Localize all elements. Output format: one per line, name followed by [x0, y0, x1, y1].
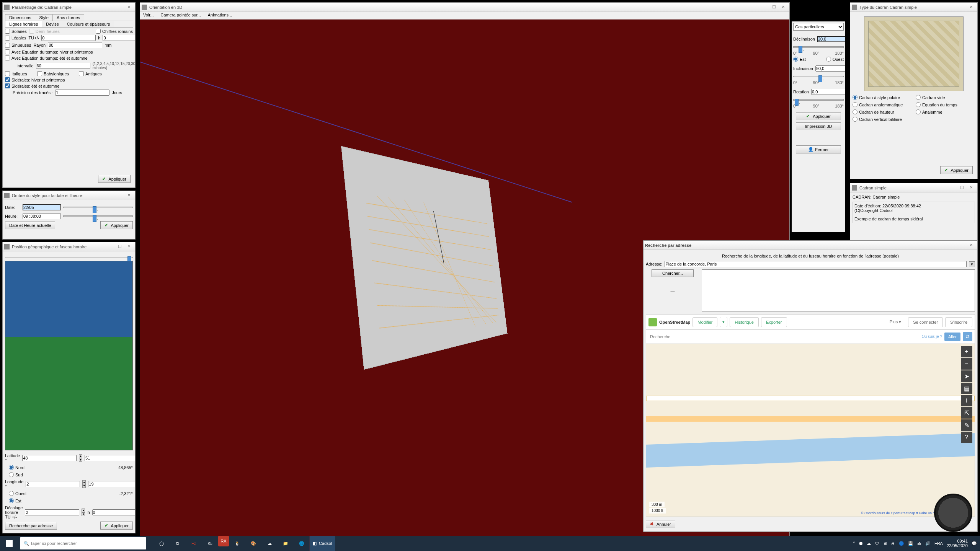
tray-network-icon[interactable]: 🖧 — [917, 541, 921, 546]
results-box[interactable] — [702, 269, 975, 311]
app-icon[interactable]: 🐧 — [230, 536, 245, 551]
input-decal-m[interactable] — [92, 509, 135, 515]
tab-devise[interactable]: Devise — [42, 21, 63, 27]
layers-icon[interactable]: ▤ — [961, 383, 972, 394]
now-button[interactable]: Date et Heure actuelle — [5, 222, 55, 229]
annuler-button[interactable]: Annuler — [646, 520, 675, 528]
chk-romains[interactable]: Chiffres romains — [96, 29, 133, 34]
share-icon[interactable]: ⇱ — [961, 407, 972, 419]
cortana-icon[interactable]: ◯ — [154, 536, 169, 551]
geo-titlebar[interactable]: Position géographique et fuseau horaire … — [3, 242, 135, 251]
chk-babyloniques[interactable]: Babyloniques — [37, 71, 69, 76]
radio-est[interactable]: Est — [9, 498, 21, 503]
chk-sid-ete[interactable]: Sidérales: été et automne — [5, 83, 59, 88]
tray-icon[interactable]: 🛡 — [875, 541, 879, 546]
input-tu[interactable] — [41, 35, 96, 41]
viewport-titlebar[interactable]: Orientation en 3D — □ × — [140, 3, 789, 12]
tab-lignes-horaires[interactable]: Lignes horaires — [5, 21, 42, 27]
tab-style[interactable]: Style — [35, 14, 52, 21]
input-declinaison[interactable] — [817, 36, 845, 42]
input-rotation[interactable] — [811, 89, 845, 95]
close-icon[interactable]: × — [124, 243, 134, 250]
radio-nord[interactable]: Nord — [9, 465, 24, 470]
radio-ouest[interactable]: Ouest — [826, 57, 844, 62]
adresse-titlebar[interactable]: Recherche par adresse × — [644, 241, 977, 250]
input-date[interactable] — [23, 204, 61, 210]
taskbar-app-cadsol[interactable]: ◧ Cadsol — [309, 536, 335, 551]
appliquer-button[interactable]: Appliquer — [940, 166, 973, 174]
slider-heure[interactable] — [63, 215, 133, 217]
modifier-button[interactable]: Modifier — [693, 317, 717, 327]
tray-icon[interactable]: ☁ — [867, 541, 871, 546]
impression-3d-button[interactable]: Impression 3D — [796, 122, 841, 130]
minimize-icon[interactable]: — — [760, 4, 769, 11]
parametrage-titlebar[interactable]: Paramètrage de: Cadran simple × — [3, 3, 135, 12]
close-icon[interactable]: × — [124, 192, 134, 199]
plus-button[interactable]: Plus ▾ — [885, 317, 906, 327]
chercher-button[interactable]: Chercher... — [652, 269, 694, 277]
input-tu-h[interactable] — [103, 35, 135, 41]
maximize-icon[interactable]: □ — [957, 184, 967, 191]
tray-icon[interactable]: ⬢ — [859, 541, 863, 546]
filezilla-icon[interactable]: Fz — [186, 536, 201, 551]
key-icon[interactable]: i — [961, 395, 972, 406]
chrome-icon[interactable]: 🌐 — [294, 536, 309, 551]
radio-equation[interactable]: Equation du temps — [916, 102, 975, 107]
tray-chevron-icon[interactable]: ˄ — [853, 541, 855, 546]
appliquer-button[interactable]: Appliquer — [796, 112, 841, 120]
tab-dimensions[interactable]: Dimensions — [5, 14, 35, 21]
close-icon[interactable]: × — [967, 4, 976, 11]
dropdown-icon[interactable]: ▾ — [969, 261, 975, 267]
tab-couleurs[interactable]: Couleurs et épaisseurs — [63, 21, 114, 27]
tray-icon[interactable]: 💾 — [908, 541, 913, 546]
chk-italiques[interactable]: Italiques — [5, 71, 27, 76]
tray-clock[interactable]: 09:41 22/05/2020 — [947, 539, 968, 548]
spinner[interactable]: ▲▼ — [79, 454, 82, 462]
rx-icon[interactable]: RX — [218, 536, 229, 546]
input-lat-m[interactable] — [85, 455, 135, 461]
close-icon[interactable]: × — [779, 4, 788, 11]
locate-icon[interactable]: ➤ — [961, 370, 972, 382]
sinscrire-button[interactable]: S'inscrire — [945, 317, 972, 327]
chk-demiheures[interactable]: Demi-heures — [29, 29, 60, 34]
chk-antiques[interactable]: Antiques — [79, 71, 102, 76]
seconnecter-button[interactable]: Se connecter — [908, 317, 943, 327]
app-icon[interactable]: 🎨 — [246, 536, 261, 551]
osm-logo[interactable]: OpenStreetMap — [648, 318, 690, 326]
radio-ouest[interactable]: Ouest — [9, 491, 26, 496]
radio-analemmatique[interactable]: Cadran analemmatique — [853, 102, 912, 107]
menu-animations[interactable]: Animations... — [208, 13, 232, 18]
radio-bifilaire[interactable]: Cadran vertical bifilaire — [853, 117, 912, 122]
aller-button[interactable]: Aller — [944, 333, 960, 341]
zoom-out-icon[interactable]: − — [961, 358, 972, 370]
radio-est[interactable]: Est — [793, 57, 806, 62]
slider-geo-top[interactable] — [5, 257, 133, 258]
menu-camera[interactable]: Camera pointée sur... — [161, 13, 201, 18]
tray-notifications-icon[interactable]: 💬 — [972, 541, 977, 546]
explorer-icon[interactable]: 📁 — [278, 536, 293, 551]
radio-sud[interactable]: Sud — [9, 472, 23, 477]
chk-eq-ete[interactable]: Avec Equation du temps: été et automne — [5, 55, 88, 60]
input-precision[interactable] — [55, 90, 109, 96]
query-icon[interactable]: ? — [961, 432, 972, 443]
input-heure[interactable] — [23, 213, 61, 219]
tray-icon[interactable]: 🖨 — [891, 541, 895, 546]
radio-hauteur[interactable]: Cadran de hauteur — [853, 109, 912, 114]
fermer-button[interactable]: 👤Fermer — [796, 145, 841, 153]
slider-rotation[interactable] — [793, 99, 844, 101]
input-intervalle[interactable] — [36, 63, 90, 69]
chk-legales[interactable]: Légales — [5, 36, 26, 41]
menu-voir[interactable]: Voir... — [143, 13, 154, 18]
maximize-icon[interactable]: □ — [769, 4, 779, 11]
appliquer-button[interactable]: Appliquer — [100, 522, 133, 530]
input-rayon[interactable] — [48, 42, 102, 48]
chk-sinueuses[interactable]: Sinueuses — [5, 43, 31, 48]
zoom-in-icon[interactable]: + — [961, 346, 972, 357]
close-icon[interactable]: × — [967, 242, 976, 249]
ou-suis-je-link[interactable]: Où suis-je ? — [922, 334, 942, 339]
app-icon[interactable]: ☁ — [262, 536, 277, 551]
osm-map[interactable]: 300 m 1000 ft © Contributeurs de OpenStr… — [646, 344, 975, 517]
input-lon-d[interactable] — [26, 481, 80, 487]
taskbar-search[interactable]: 🔍 Taper ici pour rechercher — [20, 537, 146, 549]
tray-icon[interactable]: 🖥 — [883, 541, 887, 546]
